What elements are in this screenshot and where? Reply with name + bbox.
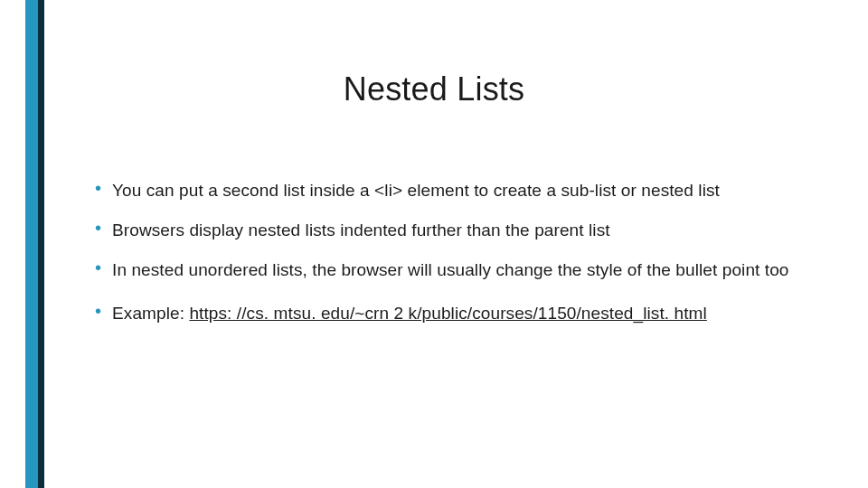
bullet-text: You can put a second list inside a <li> … xyxy=(112,179,720,202)
bullet-text: In nested unordered lists, the browser w… xyxy=(112,258,789,282)
list-item: • In nested unordered lists, the browser… xyxy=(95,258,823,282)
bullet-icon: • xyxy=(95,179,101,197)
bullet-list: • You can put a second list inside a <li… xyxy=(95,179,823,342)
slide-title: Nested Lists xyxy=(0,70,868,108)
bullet-icon: • xyxy=(95,258,101,277)
example-label: Example: xyxy=(112,304,189,323)
example-link[interactable]: https: //cs. mtsu. edu/~crn 2 k/public/c… xyxy=(189,304,706,323)
list-item: • Browsers display nested lists indented… xyxy=(95,219,823,242)
bullet-text: Browsers display nested lists indented f… xyxy=(112,219,610,242)
bullet-icon: • xyxy=(95,302,101,320)
bullet-icon: • xyxy=(95,219,101,237)
bullet-text: Example: https: //cs. mtsu. edu/~crn 2 k… xyxy=(112,302,707,325)
list-item: • Example: https: //cs. mtsu. edu/~crn 2… xyxy=(95,302,823,325)
list-item: • You can put a second list inside a <li… xyxy=(95,179,823,202)
